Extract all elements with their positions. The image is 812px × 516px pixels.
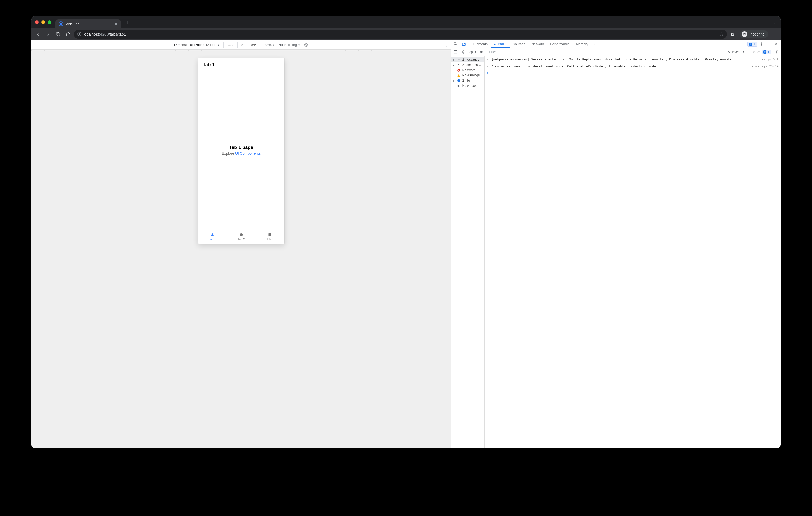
tab-elements[interactable]: Elements [470, 40, 491, 48]
toggle-device-button[interactable] [460, 40, 468, 48]
tab-1[interactable]: Tab 1 [198, 229, 227, 244]
devtools-tabs: Elements Console Sources Network Perform… [451, 40, 781, 48]
log-source-link[interactable]: index.js:551 [756, 57, 779, 62]
console-sidebar: ▸ ≡ 2 messages ▸ 2 user mes… [451, 56, 485, 448]
console-toolbar: top▼ All levels▼ 1 Issue: ❖1 [451, 48, 781, 56]
issue-icon: ❖ [749, 42, 752, 46]
svg-rect-0 [732, 33, 734, 35]
svg-rect-8 [269, 234, 271, 236]
tab-console[interactable]: Console [491, 40, 510, 48]
reload-button[interactable] [54, 30, 62, 38]
maximize-window-button[interactable] [48, 20, 51, 24]
chevron-down-icon: ▼ [742, 51, 745, 53]
inspect-element-button[interactable] [451, 40, 460, 48]
device-toolbar: Dimensions: iPhone 12 Pro ▼ × 84%▼ No th… [31, 40, 451, 50]
console-cursor [490, 71, 491, 75]
device-bar-menu[interactable]: ⋮ [445, 43, 448, 47]
context-picker[interactable]: top▼ [468, 50, 477, 54]
browser-menu-button[interactable]: ⋮ [770, 30, 778, 38]
ion-header-title: Tab 1 [203, 62, 215, 67]
ion-tabbar: Tab 1 Tab 2 Tab 3 [198, 229, 284, 244]
chevron-right-icon: ▸ [453, 79, 456, 82]
device-width-input[interactable] [224, 42, 237, 48]
addressbar: ⓘ localhost:4200/tabs/tab1 ☆ Incognito ⋮ [31, 28, 781, 40]
device-mode-pane: Dimensions: iPhone 12 Pro ▼ × 84%▼ No th… [31, 40, 451, 448]
device-ruler [31, 50, 451, 51]
tab-2[interactable]: Tab 2 [227, 229, 256, 244]
console-filter-input[interactable] [487, 50, 530, 55]
home-button[interactable] [64, 30, 72, 38]
minimize-window-button[interactable] [41, 20, 45, 24]
sidebar-verbose[interactable]: No verbose [451, 83, 485, 88]
svg-point-19 [458, 64, 459, 65]
ui-components-link[interactable]: UI Components [235, 151, 261, 155]
sidebar-user-messages[interactable]: ▸ 2 user mes… [451, 62, 485, 67]
svg-marker-6 [210, 233, 214, 236]
rotate-button[interactable] [304, 43, 308, 47]
devtools-menu-button[interactable]: ⋮ [766, 41, 772, 47]
chevron-down-icon: ▼ [474, 51, 477, 53]
devtools-close-button[interactable]: ✕ [773, 41, 779, 47]
chevron-right-icon: ▸ [453, 58, 456, 61]
url-path: /tabs/tab1 [109, 32, 126, 36]
console-settings-button[interactable] [773, 49, 779, 55]
issues-badge[interactable]: ❖1 [747, 42, 757, 47]
chevron-down-icon: ▼ [298, 44, 300, 47]
devtools-settings-button[interactable] [759, 41, 764, 47]
log-source-link[interactable]: core.mjs:25449 [752, 64, 779, 69]
tab-overflow-button[interactable]: ⌵ [771, 20, 778, 24]
tabs-overflow-button[interactable]: » [591, 40, 598, 48]
device-height-input[interactable] [247, 42, 261, 48]
tab-memory[interactable]: Memory [573, 40, 591, 48]
console-log-entry: [webpack-dev-server] Server started: Hot… [485, 56, 781, 63]
error-icon [457, 68, 461, 72]
toggle-sidebar-button[interactable] [453, 49, 459, 55]
log-levels-picker[interactable]: All levels▼ [728, 50, 745, 54]
forward-button[interactable] [44, 30, 52, 38]
page-title: Tab 1 page [229, 145, 254, 150]
incognito-badge[interactable]: Incognito [740, 30, 768, 38]
sidebar-errors[interactable]: No errors [451, 67, 485, 73]
sidebar-info[interactable]: ▸ 2 info [451, 78, 485, 83]
tab-3[interactable]: Tab 3 [256, 229, 284, 244]
chevron-right-icon[interactable] [487, 64, 489, 69]
svg-rect-1 [732, 34, 733, 35]
url-field[interactable]: ⓘ localhost:4200/tabs/tab1 ☆ [74, 30, 727, 39]
back-button[interactable] [34, 30, 42, 38]
chevron-down-icon: ▼ [272, 44, 275, 47]
browser-window: Ionic App ✕ + ⌵ ⓘ localhost:4200/tabs/ta… [31, 16, 781, 448]
clear-console-button[interactable] [461, 49, 466, 55]
ion-content: Tab 1 page Explore UI Components [198, 71, 284, 229]
close-tab-button[interactable]: ✕ [114, 22, 118, 26]
bookmark-star-icon[interactable]: ☆ [720, 32, 723, 37]
site-info-icon[interactable]: ⓘ [78, 32, 81, 37]
page-subtitle: Explore UI Components [222, 151, 261, 155]
tab-network[interactable]: Network [528, 40, 547, 48]
svg-point-7 [240, 233, 243, 236]
extensions-button[interactable] [729, 30, 737, 38]
browser-tab[interactable]: Ionic App ✕ [55, 19, 121, 28]
bug-icon [457, 84, 461, 88]
dimension-separator: × [241, 43, 243, 47]
console-output[interactable]: [webpack-dev-server] Server started: Hot… [485, 56, 781, 448]
tab-sources[interactable]: Sources [510, 40, 528, 48]
prompt-chevron-icon: › [487, 71, 489, 75]
console-prompt[interactable]: › [485, 70, 781, 76]
zoom-picker[interactable]: 84%▼ [265, 43, 275, 47]
close-window-button[interactable] [35, 20, 39, 24]
incognito-icon [742, 31, 747, 37]
throttling-picker[interactable]: No throttling▼ [279, 43, 300, 47]
sidebar-messages[interactable]: ▸ ≡ 2 messages [451, 57, 485, 62]
issues-summary[interactable]: 1 Issue: ❖1 [749, 50, 771, 54]
svg-rect-13 [454, 51, 457, 53]
tab-performance[interactable]: Performance [547, 40, 573, 48]
incognito-label: Incognito [750, 32, 764, 36]
new-tab-button[interactable]: + [123, 19, 132, 26]
device-picker[interactable]: Dimensions: iPhone 12 Pro ▼ [174, 43, 220, 47]
sidebar-warnings[interactable]: No warnings [451, 73, 485, 78]
live-expression-button[interactable] [479, 49, 485, 55]
device-frame: Tab 1 Tab 1 page Explore UI Components T… [198, 58, 284, 244]
chevron-right-icon[interactable] [487, 57, 489, 62]
tabstrip: Ionic App ✕ + ⌵ [31, 16, 781, 28]
info-icon [457, 79, 461, 82]
